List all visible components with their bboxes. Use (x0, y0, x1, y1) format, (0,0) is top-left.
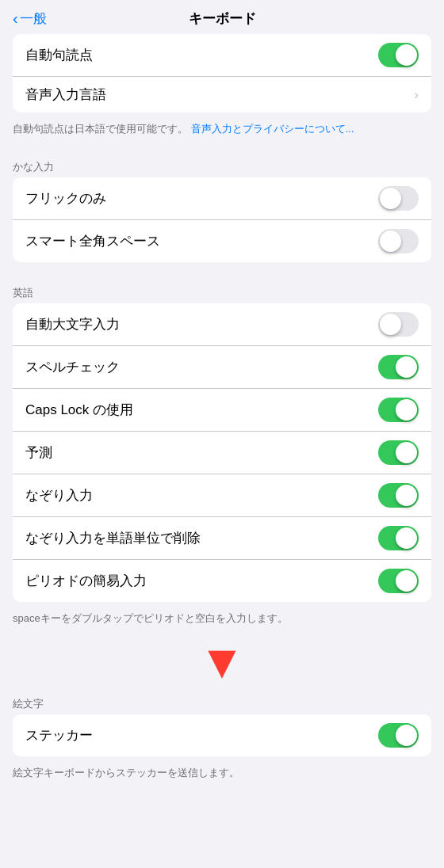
spell-check-toggle-container (378, 355, 419, 379)
auto-capitalize-toggle[interactable] (378, 312, 419, 337)
toggle-thumb (396, 725, 417, 746)
chevron-left-icon: ‹ (13, 10, 18, 28)
sticker-row: ステッカー (13, 714, 431, 756)
toggle-track (378, 440, 419, 465)
toggle-track (378, 43, 419, 67)
auto-punctuation-row: 自動句読点 (13, 34, 431, 77)
sticker-toggle-container (378, 723, 419, 748)
caps-lock-row: Caps Lock の使用 (13, 389, 431, 432)
smart-fullwidth-space-row: スマート全角スペース (13, 220, 431, 262)
voice-input-lang-chevron-container: › (414, 87, 419, 103)
period-shortcut-toggle-container (378, 569, 419, 593)
predictive-row: 予測 (13, 432, 431, 474)
swipe-input-row: なぞり入力 (13, 474, 431, 517)
swipe-input-label: なぞり入力 (25, 486, 93, 504)
english-settings-group: 自動大文字入力 スペルチェック Caps Lock の使用 (13, 303, 431, 602)
flick-only-toggle-container (378, 186, 419, 211)
toggle-thumb (396, 527, 417, 549)
flick-only-label: フリックのみ (25, 189, 106, 207)
toggle-thumb (380, 230, 401, 252)
auto-capitalize-row: 自動大文字入力 (13, 303, 431, 346)
footnote1-text: 自動句読点は日本語で使用可能です。 (13, 123, 188, 135)
back-button[interactable]: ‹ 一般 (13, 10, 47, 28)
toggle-track (378, 312, 419, 337)
auto-punctuation-toggle[interactable] (378, 43, 419, 67)
toggle-thumb (396, 485, 417, 506)
top-settings-group: 自動句読点 音声入力言語 › (13, 34, 431, 112)
toggle-track (378, 398, 419, 422)
toggle-track (378, 569, 419, 593)
flick-only-toggle[interactable] (378, 186, 419, 211)
swipe-delete-label: なぞり入力を単語単位で削除 (25, 529, 201, 547)
chevron-right-icon: › (414, 87, 419, 103)
toggle-thumb (396, 399, 417, 421)
swipe-input-toggle[interactable] (378, 483, 419, 508)
toggle-thumb (380, 188, 401, 209)
arrow-indicator-container: ▼ (0, 632, 444, 692)
spacer-1 (0, 143, 444, 155)
caps-lock-label: Caps Lock の使用 (25, 401, 133, 419)
auto-punctuation-footnote: 自動句読点は日本語で使用可能です。 音声入力とプライバシーについて... (0, 119, 444, 143)
sticker-footnote: 絵文字キーボードからステッカーを送信します。 (0, 763, 444, 786)
spacer-2 (0, 268, 444, 281)
sticker-toggle[interactable] (378, 723, 419, 748)
spell-check-row: スペルチェック (13, 346, 431, 389)
toggle-track (378, 723, 419, 748)
back-label: 一般 (20, 10, 47, 28)
emoji-settings-group: ステッカー (13, 714, 431, 756)
predictive-label: 予測 (25, 444, 52, 462)
period-shortcut-footnote: spaceキーをダブルタップでピリオドと空白を入力します。 (0, 608, 444, 632)
toggle-thumb (396, 356, 417, 378)
period-shortcut-toggle[interactable] (378, 569, 419, 593)
toggle-track (378, 355, 419, 379)
toggle-thumb (396, 570, 417, 592)
toggle-track (378, 186, 419, 211)
spell-check-toggle[interactable] (378, 355, 419, 379)
toggle-track (378, 483, 419, 508)
english-section-label: 英語 (0, 281, 444, 303)
caps-lock-toggle-container (378, 398, 419, 422)
red-arrow-icon: ▼ (198, 638, 245, 686)
toggle-track (378, 229, 419, 253)
auto-capitalize-toggle-container (378, 312, 419, 337)
kana-settings-group: フリックのみ スマート全角スペース (13, 177, 431, 262)
smart-fullwidth-space-label: スマート全角スペース (25, 232, 160, 250)
privacy-link[interactable]: 音声入力とプライバシーについて... (191, 123, 354, 135)
flick-only-row: フリックのみ (13, 177, 431, 220)
smart-fullwidth-space-toggle[interactable] (378, 229, 419, 253)
smart-fullwidth-space-toggle-container (378, 229, 419, 253)
page-title: キーボード (189, 10, 256, 28)
spell-check-label: スペルチェック (25, 358, 120, 376)
caps-lock-toggle[interactable] (378, 398, 419, 422)
voice-input-lang-row[interactable]: 音声入力言語 › (13, 77, 431, 112)
sticker-label: ステッカー (25, 726, 93, 744)
kana-section-label: かな入力 (0, 155, 444, 177)
toggle-thumb (380, 314, 401, 335)
toggle-thumb (396, 442, 417, 463)
predictive-toggle-container (378, 440, 419, 465)
swipe-input-toggle-container (378, 483, 419, 508)
emoji-section-label: 絵文字 (0, 692, 444, 714)
auto-punctuation-toggle-container (378, 43, 419, 67)
voice-input-lang-label: 音声入力言語 (25, 86, 106, 104)
swipe-delete-row: なぞり入力を単語単位で削除 (13, 517, 431, 560)
toggle-thumb (396, 44, 417, 66)
auto-punctuation-label: 自動句読点 (25, 46, 93, 64)
period-shortcut-row: ピリオドの簡易入力 (13, 560, 431, 602)
navigation-header: ‹ 一般 キーボード (0, 0, 444, 34)
swipe-delete-toggle-container (378, 526, 419, 550)
toggle-track (378, 526, 419, 550)
auto-capitalize-label: 自動大文字入力 (25, 315, 120, 333)
period-shortcut-label: ピリオドの簡易入力 (25, 572, 147, 590)
predictive-toggle[interactable] (378, 440, 419, 465)
swipe-delete-toggle[interactable] (378, 526, 419, 550)
